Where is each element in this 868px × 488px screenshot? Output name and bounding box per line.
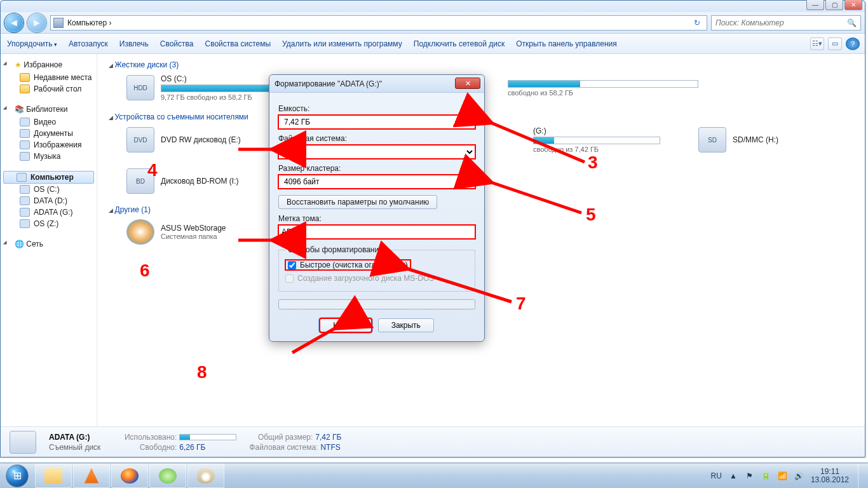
search-icon: 🔍 — [847, 18, 857, 27]
taskbar-firefox[interactable] — [111, 464, 148, 488]
sidebar-desktop[interactable]: Рабочий стол — [1, 83, 97, 95]
format-progress — [278, 299, 475, 309]
search-box[interactable]: 🔍 — [711, 15, 861, 30]
format-dialog: Форматирование "ADATA (G:)" ✕ Емкость: 7… — [269, 74, 485, 342]
section-hdd[interactable]: Жесткие диски (3) — [109, 60, 853, 69]
volume-label-label: Метка тома: — [278, 214, 475, 223]
drive-adata-g[interactable]: (G:) свободно из 7,42 ГБ — [533, 126, 660, 153]
close-button[interactable]: ✕ — [844, 0, 862, 10]
cmd-system-properties[interactable]: Свойства системы — [205, 39, 271, 48]
folder-icon — [44, 468, 62, 484]
hdd-icon: HDD — [126, 75, 154, 100]
volume-label-input[interactable] — [278, 225, 475, 239]
show-desktop-button[interactable] — [858, 464, 863, 488]
desktop-icon — [20, 85, 30, 93]
taskbar-explorer[interactable] — [35, 464, 72, 488]
sidebar-documents[interactable]: Документы — [1, 128, 97, 139]
sidebar-pictures[interactable]: Изображения — [1, 139, 97, 151]
tray-battery-icon[interactable]: 🔋 — [761, 471, 771, 481]
green-app-icon — [159, 468, 177, 484]
filesystem-select[interactable]: NTFS — [278, 145, 475, 159]
help-button[interactable]: ? — [846, 37, 860, 50]
cmd-eject[interactable]: Извлечь — [119, 39, 149, 48]
computer-icon — [53, 18, 64, 28]
taskbar-app-green[interactable] — [149, 464, 186, 488]
command-bar: Упорядочить Автозапуск Извлечь Свойства … — [1, 34, 865, 54]
drive-hidden[interactable]: свободно из 58,2 ГБ — [508, 74, 698, 101]
sidebar-music[interactable]: Музыка — [1, 151, 97, 162]
sidebar-network-header[interactable]: 🌐 Сеть — [1, 238, 97, 251]
dialog-titlebar[interactable]: Форматирование "ADATA (G:)" ✕ — [269, 75, 484, 93]
cmd-uninstall[interactable]: Удалить или изменить программу — [282, 39, 402, 48]
cmd-map-drive[interactable]: Подключить сетевой диск — [414, 39, 505, 48]
search-input[interactable] — [715, 18, 844, 27]
titlebar: — ▢ ✕ — [1, 1, 865, 12]
address-bar[interactable]: Компьютер › ↻ — [50, 15, 707, 30]
maximize-button[interactable]: ▢ — [825, 0, 843, 10]
cmd-autoplay[interactable]: Автозапуск — [69, 39, 108, 48]
tray-volume-icon[interactable]: 🔊 — [794, 471, 804, 481]
tray-clock[interactable]: 19:11 13.08.2012 — [811, 468, 849, 484]
drive-sdmmc[interactable]: SD SD/MMC (H:) — [698, 126, 813, 153]
documents-icon — [20, 129, 30, 138]
dvd-icon: DVD — [126, 127, 154, 152]
minimize-button[interactable]: — — [806, 0, 824, 10]
refresh-icon[interactable]: ↻ — [690, 18, 704, 27]
nav-bar: ◄ ► Компьютер › ↻ 🔍 — [1, 12, 865, 34]
dialog-close-button[interactable]: ✕ — [455, 78, 480, 89]
nav-back-button[interactable]: ◄ — [4, 13, 24, 32]
drive-icon — [10, 431, 36, 454]
sidebar-drive-z[interactable]: OS (Z:) — [1, 218, 97, 229]
restore-defaults-button[interactable]: Восстановить параметры по умолчанию — [278, 195, 437, 209]
breadcrumb[interactable]: Компьютер › — [67, 18, 686, 27]
sd-icon: SD — [698, 127, 726, 152]
cmd-properties[interactable]: Свойства — [160, 39, 194, 48]
cmd-organize[interactable]: Упорядочить — [7, 39, 57, 48]
dialog-title: Форматирование "ADATA (G:)" — [275, 79, 382, 88]
capacity-select[interactable]: 7,42 ГБ — [278, 115, 475, 129]
cmd-control-panel[interactable]: Открыть панель управления — [516, 39, 617, 48]
format-options-legend: Способы форматирования: — [285, 245, 388, 254]
start-button[interactable]: Начать — [320, 318, 372, 332]
sidebar-drive-d[interactable]: DATA (D:) — [1, 195, 97, 207]
taskbar: RU ▲ ⚑ 🔋 📶 🔊 19:11 13.08.2012 — [0, 463, 868, 488]
sidebar-recent-places[interactable]: Недавние места — [1, 72, 97, 83]
close-dialog-button[interactable]: Закрыть — [378, 318, 434, 332]
tray-flag-icon[interactable]: ▲ — [728, 471, 738, 481]
recent-icon — [20, 73, 30, 82]
sidebar-computer[interactable]: Компьютер — [3, 171, 94, 184]
capacity-label: Емкость: — [278, 104, 475, 113]
format-options-group: Способы форматирования: Быстрое (очистка… — [278, 245, 475, 292]
quick-format-checkbox[interactable] — [288, 261, 296, 269]
sidebar-favorites-header[interactable]: ★ Избранное — [1, 59, 97, 72]
tray-lang[interactable]: RU — [711, 471, 722, 480]
start-button[interactable] — [0, 463, 34, 489]
music-icon — [20, 152, 30, 161]
video-icon — [20, 118, 30, 126]
sidebar-videos[interactable]: Видео — [1, 116, 97, 128]
sidebar-drive-g[interactable]: ADATA (G:) — [1, 207, 97, 218]
sidebar-drive-c[interactable]: OS (C:) — [1, 184, 97, 195]
tray-action-center-icon[interactable]: ⚑ — [745, 471, 755, 481]
paint-icon — [197, 468, 215, 484]
drive-dvd[interactable]: DVD DVD RW дисковод (E:) — [126, 126, 279, 153]
cluster-select[interactable]: 4096 байт — [278, 175, 475, 189]
taskbar-vlc[interactable] — [73, 464, 110, 488]
nav-forward-button[interactable]: ► — [27, 13, 46, 32]
webstorage-icon — [126, 219, 154, 245]
system-tray: RU ▲ ⚑ 🔋 📶 🔊 19:11 13.08.2012 — [706, 464, 868, 488]
drive-bdrom[interactable]: BD Дисковод BD-ROM (I:) — [126, 168, 279, 194]
sidebar-libraries-header[interactable]: 📚 Библиотеки — [1, 104, 97, 116]
taskbar-paint[interactable] — [187, 464, 224, 488]
quick-format-row[interactable]: Быстрое (очистка оглавления) — [285, 260, 410, 270]
drive-icon — [20, 196, 30, 205]
preview-pane-button[interactable]: ▭ — [828, 37, 842, 50]
details-pane: ADATA (G:) Съемный диск Использовано: Св… — [1, 426, 865, 457]
used-bar — [179, 434, 236, 440]
msdos-boot-checkbox — [285, 274, 294, 283]
view-options-button[interactable]: ☷▾ — [810, 37, 824, 50]
drive-icon — [20, 185, 30, 194]
filesystem-label: Файловая система: — [278, 134, 475, 143]
details-subtitle: Съемный диск — [49, 443, 100, 452]
tray-network-icon[interactable]: 📶 — [778, 471, 788, 481]
